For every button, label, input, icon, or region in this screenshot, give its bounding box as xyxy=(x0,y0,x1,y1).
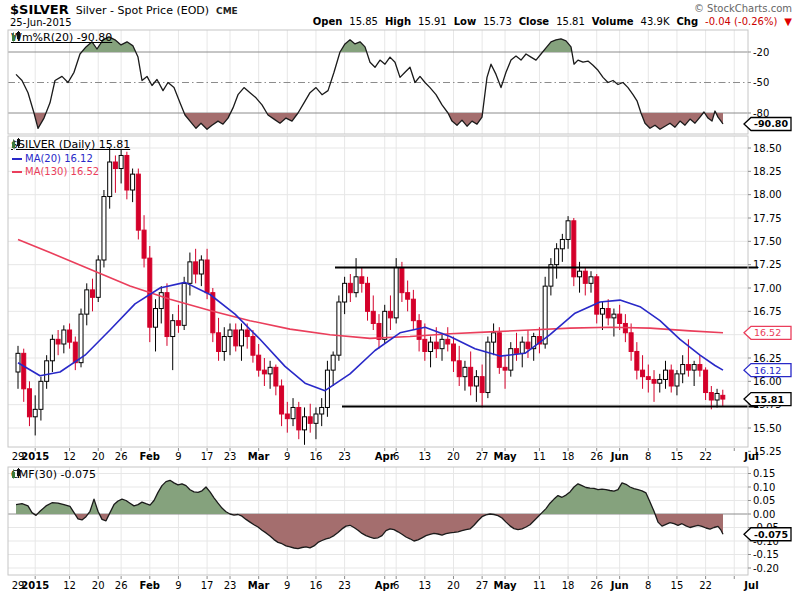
date-tick-label: 11 xyxy=(533,580,546,591)
ma20-legend-text: MA(20) 16.12 xyxy=(25,153,93,164)
ma130-line-swatch xyxy=(12,171,22,173)
axis-tick-label: 17.25 xyxy=(753,259,782,270)
date-tick-label: Feb xyxy=(140,451,160,462)
date-tick-label: 2015 xyxy=(21,451,49,462)
date-tick-label: 9 xyxy=(284,451,290,462)
axis-tick-label: 16.25 xyxy=(753,353,782,364)
date-tick-label: 16 xyxy=(310,580,323,591)
main-legend-symbol: $SILVER (Daily) 15.81 xyxy=(11,138,130,151)
axis-tick-label: -20 xyxy=(753,47,769,58)
date-tick-label: May xyxy=(494,451,517,462)
axis-tick-label: -50 xyxy=(753,77,769,88)
date-tick-label: Jun xyxy=(610,451,629,462)
cmf-label-text: CMF(30) -0.075 xyxy=(11,468,96,481)
axis-tick-label: 18.00 xyxy=(753,189,782,200)
wmr-series xyxy=(16,37,723,130)
chart-canvas: 292015122026Feb91723Mar91623Apr6132027Ma… xyxy=(0,0,800,596)
date-tick-label: Jun xyxy=(610,580,629,591)
date-tick-label: 2015 xyxy=(21,580,49,591)
date-tick-label: 20 xyxy=(92,451,105,462)
date-tick-label: 20 xyxy=(447,451,460,462)
date-tick-label: 13 xyxy=(418,580,431,591)
date-tick-label: Mar xyxy=(248,451,270,462)
date-tick-label: 12 xyxy=(63,580,76,591)
axis-tick-label: 0.00 xyxy=(753,509,775,520)
date-tick-label: Apr xyxy=(375,580,395,591)
axis-tick-label: 0.15 xyxy=(753,468,775,479)
sharpchart-icon xyxy=(11,31,22,42)
date-tick-label: 22 xyxy=(699,451,712,462)
sharpchart-icon xyxy=(11,138,22,149)
date-tick-label: 23 xyxy=(338,580,351,591)
date-tick-label: 18 xyxy=(562,580,575,591)
date-tick-label: 15 xyxy=(671,580,684,591)
date-tick-label: Jul xyxy=(743,580,758,591)
date-tick-label: 9 xyxy=(175,580,181,591)
ma130-legend-text: MA(130) 16.52 xyxy=(25,166,99,177)
date-tick-label: 15 xyxy=(671,451,684,462)
date-tick-label: 20 xyxy=(447,580,460,591)
axis-tick-label: 16.75 xyxy=(753,306,782,317)
axis-tick-label: 0.05 xyxy=(753,495,775,506)
axis-tick-label: 18.50 xyxy=(753,143,782,154)
cmf-panel-label: CMF(30) -0.075 xyxy=(11,468,96,481)
value-tag-label: 15.81 xyxy=(754,394,784,405)
axis-tick-label: 15.50 xyxy=(753,423,782,434)
date-tick-label: 16 xyxy=(310,451,323,462)
value-tag-label: 16.52 xyxy=(754,327,781,338)
axis-tick-label: -0.20 xyxy=(753,563,779,574)
date-tick-label: 26 xyxy=(115,451,128,462)
date-tick-label: 23 xyxy=(224,451,237,462)
ma20-legend: MA(20) 16.12 xyxy=(12,153,93,164)
date-tick-label: 26 xyxy=(115,580,128,591)
date-tick-label: 23 xyxy=(338,451,351,462)
axis-tick-label: 17.50 xyxy=(753,236,782,247)
ma20-line-swatch xyxy=(12,158,22,160)
stockcharts-chart-page: $SILVER Silver - Spot Price (EOD) CME © … xyxy=(0,0,800,596)
date-tick-label: 23 xyxy=(224,580,237,591)
date-tick-label: 13 xyxy=(418,451,431,462)
date-tick-label: 17 xyxy=(201,451,214,462)
date-tick-label: Feb xyxy=(140,580,160,591)
date-tick-label: 17 xyxy=(201,580,214,591)
date-tick-label: 11 xyxy=(533,451,546,462)
axis-tick-label: 0.10 xyxy=(753,482,775,493)
date-tick-label: 18 xyxy=(562,451,575,462)
date-tick-label: 9 xyxy=(284,580,290,591)
date-tick-label: 26 xyxy=(590,580,603,591)
date-tick-label: 8 xyxy=(645,580,651,591)
date-tick-label: 27 xyxy=(476,451,489,462)
date-tick-label: 20 xyxy=(92,580,105,591)
date-tick-label: 6 xyxy=(393,580,399,591)
candlesticks xyxy=(16,148,725,445)
date-tick-label: Mar xyxy=(248,580,270,591)
date-tick-label: 8 xyxy=(645,451,651,462)
date-tick-label: 22 xyxy=(699,580,712,591)
main-panel-label: $SILVER (Daily) 15.81 xyxy=(11,138,130,151)
value-tag-label: -0.075 xyxy=(754,529,788,540)
wmr-panel-label: Wm%R(20) -90.80 xyxy=(11,31,112,44)
date-tick-label: Apr xyxy=(375,451,395,462)
axis-tick-label: 17.75 xyxy=(753,213,782,224)
sharpchart-icon xyxy=(11,468,22,479)
ma130-legend: MA(130) 16.52 xyxy=(12,166,99,177)
wmr-label-text: Wm%R(20) -90.80 xyxy=(11,31,112,44)
axis-tick-label: 17.00 xyxy=(753,283,782,294)
value-tag-label: 16.12 xyxy=(754,365,781,376)
axis-tick-label: 16.00 xyxy=(753,376,782,387)
value-tag-label: -90.80 xyxy=(754,118,788,129)
axis-tick-label: 18.25 xyxy=(753,166,782,177)
date-tick-label: 6 xyxy=(393,451,399,462)
date-tick-label: 9 xyxy=(175,451,181,462)
date-tick-label: 27 xyxy=(476,580,489,591)
axis-tick-label: 15.25 xyxy=(753,446,782,457)
date-tick-label: 12 xyxy=(63,451,76,462)
axis-tick-label: -0.15 xyxy=(753,549,779,560)
date-tick-label: 26 xyxy=(590,451,603,462)
date-tick-label: May xyxy=(494,580,517,591)
